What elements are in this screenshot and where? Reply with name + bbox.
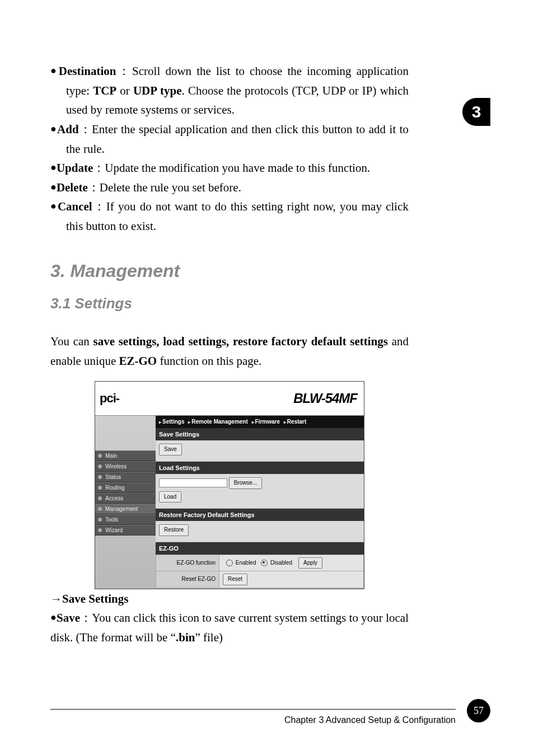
radio-enabled-label: Enabled bbox=[236, 560, 256, 566]
logo: pci- bbox=[100, 388, 119, 408]
manual-page: 3 ●Destination：Scroll down the list to c… bbox=[0, 0, 534, 756]
restore-button[interactable]: Restore bbox=[159, 524, 189, 536]
arrow-icon: → bbox=[50, 592, 62, 605]
bullet-icon: ● bbox=[50, 162, 57, 173]
bullet-icon: ● bbox=[50, 200, 58, 212]
section-ezgo: EZ-GO bbox=[156, 542, 364, 555]
shot-main: Settings Remote Management Firmware Rest… bbox=[156, 416, 364, 589]
ezgo-function-label: EZ-GO function bbox=[156, 555, 219, 571]
bullet-update: ●Update：Update the modification you have… bbox=[50, 158, 409, 178]
sidebar-item-main[interactable]: Main bbox=[95, 450, 156, 461]
shot-header: pci- BLW-54MF bbox=[95, 382, 364, 416]
bullet-delete: ●Delete：Delete the rule you set before. bbox=[50, 178, 409, 198]
heading-settings: 3.1 Settings bbox=[50, 292, 409, 316]
term-cancel: Cancel bbox=[58, 200, 92, 213]
chapter-tab: 3 bbox=[462, 98, 490, 126]
intro-paragraph: You can save settings, load settings, re… bbox=[50, 332, 409, 370]
load-button[interactable]: Load bbox=[159, 491, 181, 503]
sidebar-item-wireless[interactable]: Wireless bbox=[95, 461, 156, 472]
sidebar-item-routing[interactable]: Routing bbox=[95, 482, 156, 493]
radio-enabled[interactable] bbox=[226, 560, 233, 566]
bullet-icon: ● bbox=[50, 123, 57, 134]
section-load-settings: Load Settings bbox=[156, 462, 364, 474]
bullet-add: ●Add：Enter the special application and t… bbox=[50, 120, 409, 158]
footer-divider bbox=[50, 709, 456, 710]
bullet-icon: ● bbox=[50, 65, 59, 76]
breadcrumb: Settings Remote Management Firmware Rest… bbox=[156, 416, 364, 429]
page-number: 57 bbox=[467, 699, 490, 722]
section-restore-defaults: Restore Factory Default Settings bbox=[156, 509, 364, 521]
sidebar-item-tools[interactable]: Tools bbox=[95, 514, 156, 525]
save-button[interactable]: Save bbox=[159, 444, 182, 456]
breadcrumb-restart[interactable]: Restart bbox=[282, 419, 306, 425]
term-destination: Destination bbox=[59, 64, 116, 78]
sidebar-item-wizard[interactable]: Wizard bbox=[95, 525, 156, 536]
sidebar-nav: Main Wireless Status Routing Access Mana… bbox=[95, 416, 156, 589]
browse-button[interactable]: Browse... bbox=[229, 477, 263, 489]
sidebar-item-access[interactable]: Access bbox=[95, 493, 156, 504]
radio-disabled-label: Disabled bbox=[270, 560, 292, 566]
save-description: ●Save：You can click this icon to save cu… bbox=[50, 608, 409, 647]
breadcrumb-settings[interactable]: Settings bbox=[159, 419, 184, 425]
product-brand: BLW-54MF bbox=[293, 387, 357, 410]
term-add: Add bbox=[57, 123, 79, 136]
bullet-cancel: ●Cancel：If you do not want to do this se… bbox=[50, 197, 409, 236]
sidebar-item-management[interactable]: Management bbox=[95, 504, 156, 514]
term-delete: Delete bbox=[57, 181, 88, 194]
apply-button[interactable]: Apply bbox=[298, 557, 322, 569]
bullet-icon: ● bbox=[50, 181, 57, 192]
radio-disabled[interactable] bbox=[261, 560, 268, 566]
sidebar-item-status[interactable]: Status bbox=[95, 472, 156, 482]
file-path-input[interactable] bbox=[159, 478, 227, 487]
reset-ezgo-label: Reset EZ-GO bbox=[156, 571, 219, 588]
term-update: Update bbox=[57, 161, 93, 175]
bullet-icon: ● bbox=[50, 612, 57, 623]
reset-button[interactable]: Reset bbox=[223, 574, 247, 585]
settings-screenshot: pci- BLW-54MF Main Wireless Status Routi… bbox=[95, 381, 364, 589]
breadcrumb-firmware[interactable]: Firmware bbox=[250, 419, 280, 425]
bullet-destination: ●Destination：Scroll down the list to cho… bbox=[50, 62, 409, 120]
term-save: Save bbox=[57, 611, 80, 624]
save-settings-heading: →Save Settings bbox=[50, 589, 409, 609]
breadcrumb-remote-management[interactable]: Remote Management bbox=[186, 419, 248, 425]
section-save-settings: Save Settings bbox=[156, 428, 364, 440]
body-text: ●Destination：Scroll down the list to cho… bbox=[50, 62, 409, 647]
footer-chapter-title: Chapter 3 Advanced Setup & Configuration bbox=[284, 715, 456, 725]
heading-management: 3. Management bbox=[50, 256, 409, 286]
